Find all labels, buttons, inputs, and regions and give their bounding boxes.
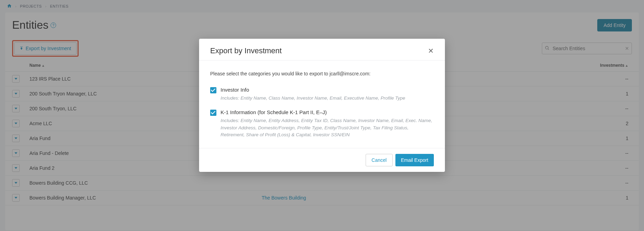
modal-footer: Cancel Email Export	[199, 148, 445, 172]
modal-title: Export by Investment	[210, 46, 282, 55]
category-checkbox[interactable]	[210, 87, 216, 93]
export-category: K-1 Information (for Schedule K-1 Part I…	[210, 109, 434, 138]
category-checkbox[interactable]	[210, 110, 216, 116]
modal-body: Please select the categories you would l…	[199, 61, 445, 148]
email-export-button[interactable]: Email Export	[395, 154, 434, 166]
category-description: Includes: Entity Name, Entity Address, E…	[221, 117, 434, 138]
modal-intro: Please select the categories you would l…	[210, 71, 434, 76]
modal-overlay[interactable]: Export by Investment ✕ Please select the…	[0, 0, 644, 231]
export-modal: Export by Investment ✕ Please select the…	[199, 39, 445, 172]
export-category: Investor InfoIncludes: Entity Name, Clas…	[210, 87, 434, 102]
category-description: Includes: Entity Name, Class Name, Inves…	[221, 95, 405, 102]
modal-close-button[interactable]: ✕	[428, 47, 434, 54]
category-label: K-1 Information (for Schedule K-1 Part I…	[221, 109, 434, 115]
modal-header: Export by Investment ✕	[199, 39, 445, 61]
category-label: Investor Info	[221, 87, 405, 93]
cancel-button[interactable]: Cancel	[366, 154, 393, 166]
